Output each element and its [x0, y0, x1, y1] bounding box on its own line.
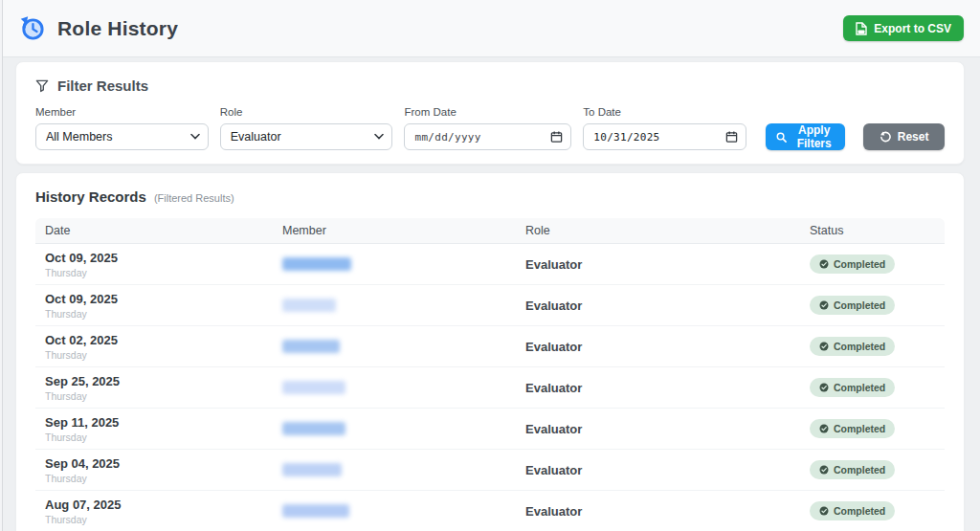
member-cell — [273, 504, 516, 518]
status-badge: Completed — [810, 460, 895, 479]
table-body: Oct 09, 2025 Thursday Evaluator Complete… — [35, 244, 945, 531]
clock-history-icon — [19, 15, 45, 41]
csv-file-icon — [856, 22, 867, 35]
row-day: Thursday — [45, 514, 263, 525]
check-circle-icon — [819, 424, 829, 433]
table-row: Oct 09, 2025 Thursday Evaluator Complete… — [35, 244, 945, 285]
history-records-panel: History Records (Filtered Results) Date … — [15, 172, 965, 531]
member-cell — [273, 299, 516, 312]
row-day: Thursday — [45, 473, 263, 484]
filter-title: Filter Results — [57, 77, 148, 94]
row-day: Thursday — [45, 349, 263, 361]
date-cell: Sep 11, 2025 Thursday — [35, 415, 273, 443]
date-cell: Sep 04, 2025 Thursday — [35, 456, 273, 484]
member-cell — [273, 422, 516, 435]
reset-button[interactable]: Reset — [863, 123, 945, 150]
status-label: Completed — [834, 382, 885, 393]
row-day: Thursday — [45, 267, 263, 278]
redacted-member-name — [282, 299, 336, 312]
to-date-input[interactable] — [583, 123, 746, 150]
to-date-label: To Date — [583, 106, 746, 118]
row-role: Evaluator — [516, 504, 800, 519]
apply-filters-label: Apply Filters — [793, 123, 835, 150]
member-cell — [273, 340, 516, 353]
check-circle-icon — [819, 383, 829, 392]
role-label: Role — [220, 106, 393, 118]
row-role: Evaluator — [516, 381, 800, 395]
sidebar-edge — [0, 0, 3, 531]
row-role: Evaluator — [516, 257, 800, 272]
status-label: Completed — [834, 341, 885, 352]
date-cell: Aug 07, 2025 Thursday — [35, 498, 273, 525]
date-cell: Oct 09, 2025 Thursday — [35, 251, 273, 278]
page-title: Role History — [57, 17, 178, 40]
status-cell: Completed — [800, 378, 945, 397]
row-role: Evaluator — [516, 340, 800, 354]
check-circle-icon — [819, 506, 829, 516]
row-role: Evaluator — [516, 422, 800, 436]
status-label: Completed — [834, 505, 885, 517]
row-date: Sep 11, 2025 — [45, 415, 263, 430]
apply-filters-button[interactable]: Apply Filters — [766, 123, 845, 150]
redacted-member-name — [282, 422, 345, 435]
page-header: Role History Export to CSV — [0, 0, 980, 57]
role-select[interactable]: Evaluator — [220, 123, 393, 150]
member-label: Member — [35, 106, 209, 118]
table-row: Oct 09, 2025 Thursday Evaluator Complete… — [35, 285, 945, 326]
status-cell: Completed — [800, 460, 945, 479]
check-circle-icon — [819, 342, 829, 351]
search-icon — [776, 132, 787, 143]
row-day: Thursday — [45, 308, 263, 320]
row-date: Sep 25, 2025 — [45, 374, 263, 388]
status-badge: Completed — [810, 501, 895, 520]
history-records-title: History Records — [35, 188, 146, 205]
status-cell: Completed — [800, 337, 945, 356]
member-cell — [273, 381, 516, 394]
check-circle-icon — [819, 465, 829, 475]
status-cell: Completed — [800, 254, 945, 274]
status-badge: Completed — [810, 337, 895, 356]
row-role: Evaluator — [516, 299, 800, 313]
status-cell: Completed — [800, 501, 945, 520]
reset-arrow-icon — [880, 131, 891, 143]
redacted-member-name — [282, 381, 345, 394]
row-day: Thursday — [45, 390, 263, 402]
column-header-role: Role — [516, 224, 800, 237]
table-row: Aug 07, 2025 Thursday Evaluator Complete… — [35, 491, 945, 531]
column-header-date: Date — [35, 224, 273, 237]
status-badge: Completed — [810, 296, 895, 315]
date-cell: Oct 02, 2025 Thursday — [35, 333, 273, 361]
export-csv-label: Export to CSV — [874, 22, 951, 35]
column-header-member: Member — [273, 224, 516, 237]
table-row: Sep 11, 2025 Thursday Evaluator Complete… — [35, 409, 945, 450]
status-label: Completed — [834, 423, 885, 434]
status-badge: Completed — [810, 378, 895, 397]
row-date: Oct 09, 2025 — [45, 292, 263, 306]
redacted-member-name — [282, 257, 351, 271]
redacted-member-name — [282, 340, 340, 353]
member-cell — [273, 463, 516, 476]
redacted-member-name — [282, 463, 342, 476]
funnel-icon — [35, 79, 49, 93]
status-label: Completed — [834, 258, 885, 270]
redacted-member-name — [282, 504, 349, 518]
export-csv-button[interactable]: Export to CSV — [843, 15, 964, 41]
member-select[interactable]: All Members — [35, 123, 209, 150]
row-date: Sep 04, 2025 — [45, 456, 263, 471]
row-date: Oct 02, 2025 — [45, 333, 263, 347]
status-cell: Completed — [800, 419, 945, 438]
from-date-input[interactable] — [404, 123, 571, 150]
status-cell: Completed — [800, 296, 945, 315]
row-role: Evaluator — [516, 463, 800, 477]
table-header-row: Date Member Role Status — [35, 218, 945, 244]
row-date: Aug 07, 2025 — [45, 498, 263, 512]
from-date-label: From Date — [404, 106, 571, 118]
table-row: Sep 25, 2025 Thursday Evaluator Complete… — [35, 367, 945, 409]
check-circle-icon — [819, 259, 829, 269]
date-cell: Oct 09, 2025 Thursday — [35, 292, 273, 320]
column-header-status: Status — [800, 224, 945, 237]
reset-label: Reset — [898, 130, 929, 144]
row-date: Oct 09, 2025 — [45, 251, 263, 265]
row-day: Thursday — [45, 431, 263, 443]
member-cell — [273, 257, 516, 271]
